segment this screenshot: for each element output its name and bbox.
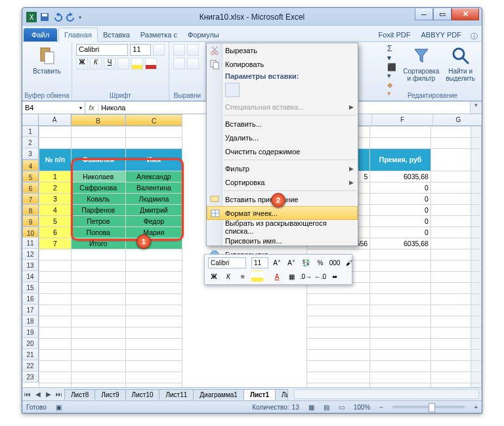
cell[interactable] [39,272,72,283]
mini-border-icon[interactable]: ▦ [285,270,297,282]
cell[interactable] [39,372,72,383]
cell[interactable]: 6 [39,227,72,238]
cell[interactable]: Коваль [71,194,125,205]
cell[interactable] [39,138,72,149]
align-center-button[interactable] [187,58,199,70]
mini-format-painter-icon[interactable]: 🖌 [343,257,355,268]
mini-fill-color-icon[interactable] [251,270,263,282]
sheet-tab[interactable]: Лист9 [94,389,125,400]
cell[interactable] [71,361,125,372]
grow-font-button[interactable] [153,44,165,56]
cell[interactable] [125,339,182,350]
cell[interactable] [430,194,481,205]
mini-font-color-icon[interactable]: A [271,270,283,282]
cell[interactable]: Петров [71,216,125,227]
sheet-tab[interactable]: Лист11 [159,389,194,400]
cell[interactable] [306,339,370,350]
row-header-4[interactable]: 4 [22,160,39,171]
cell[interactable] [71,283,125,294]
row-header-2[interactable]: 2 [22,137,39,148]
align-top-button[interactable] [173,44,185,56]
row-header-16[interactable]: 16 [22,293,39,305]
tab-formulas[interactable]: Формулы [182,28,224,41]
zoom-value[interactable]: 100% [354,404,371,411]
cell[interactable]: 0 [370,194,431,205]
mini-percent-icon[interactable]: % [314,257,326,268]
italic-button[interactable]: К [90,58,102,70]
menu-format-cells[interactable]: Формат ячеек... [207,206,358,220]
cell[interactable]: 0 [370,182,431,194]
cell[interactable] [125,127,182,138]
cell[interactable] [430,249,481,261]
cell[interactable] [430,138,481,149]
tab-layout[interactable]: Разметка с [135,28,182,41]
autosum-icon[interactable]: Σ ▾ [387,44,396,62]
name-box-dropdown-icon[interactable]: ▾ [79,105,82,111]
row-header-19[interactable]: 19 [22,327,39,338]
mini-center-icon[interactable]: ≡ [237,270,249,282]
cell[interactable] [71,372,125,383]
mini-font-name[interactable]: Calibri [208,257,246,268]
cell[interactable]: № п/п [39,149,72,171]
close-button[interactable]: ✕ [452,9,479,20]
tab-home[interactable]: Главная [58,28,98,42]
row-header-18[interactable]: 18 [22,316,39,327]
ribbon-help-icon[interactable]: ⓘ [467,32,482,41]
cell[interactable]: Валентина [125,182,182,194]
cell[interactable] [39,127,72,138]
cell[interactable] [306,372,370,383]
cell[interactable] [39,305,72,316]
cell[interactable] [125,372,182,383]
cell[interactable] [370,372,431,383]
font-name-select[interactable]: Calibri [76,44,128,56]
cell[interactable] [71,339,125,350]
cell[interactable] [71,261,125,272]
row-header-14[interactable]: 14 [22,271,39,282]
cell[interactable] [430,127,481,138]
cell[interactable] [370,272,431,283]
cell[interactable] [370,361,431,372]
sheet-tab[interactable]: Диаграмма1 [193,389,244,400]
cell[interactable]: Парфенов [71,205,125,216]
view-layout-icon[interactable]: ▤ [324,404,329,411]
cell[interactable] [306,316,370,328]
cell[interactable] [430,149,481,171]
tab-insert[interactable]: Вставка [98,28,135,41]
border-button[interactable] [117,58,129,70]
name-box[interactable]: B4 ▾ [22,102,85,114]
cell[interactable]: 0 [370,227,431,238]
font-size-select[interactable]: 11 [130,44,151,56]
mini-shrink-font-icon[interactable]: A˅ [285,257,297,268]
mini-increase-decimal-icon[interactable]: .0→ [300,270,312,282]
menu-insert[interactable]: Вставить... [207,117,358,131]
cell[interactable] [370,305,431,316]
row-header-11[interactable]: 11 [22,238,39,249]
column-header-F[interactable]: F [372,114,433,126]
row-header-17[interactable]: 17 [22,305,39,316]
cell[interactable] [370,261,431,272]
view-pagebreak-icon[interactable]: ▭ [339,404,345,411]
cell[interactable]: Фамилия [71,149,125,171]
sheet-nav-first-icon[interactable]: ⏮ [22,389,33,400]
cell[interactable] [370,350,431,361]
cell[interactable] [125,316,182,328]
formula-expand-icon[interactable]: ▾ [470,102,482,114]
row-header-22[interactable]: 22 [22,360,39,372]
cell[interactable] [71,328,125,339]
cell[interactable] [306,350,370,361]
cell[interactable]: 1 [39,171,72,182]
cell[interactable] [430,372,481,383]
paste-option-icon[interactable] [225,83,240,97]
cell[interactable]: Дмитрий [125,205,182,216]
cell[interactable] [71,350,125,361]
sort-filter-button[interactable]: Сортировка и фильтр [400,44,442,98]
mini-decrease-decimal-icon[interactable]: ←.0 [314,270,326,282]
cell[interactable]: 6035,68 [370,238,431,249]
menu-delete[interactable]: Удалить... [207,131,358,144]
cell[interactable]: Сафронова [71,182,125,194]
menu-copy[interactable]: Копировать [207,57,358,71]
cell[interactable] [125,238,182,249]
cell[interactable] [430,238,481,249]
cell[interactable]: Федор [125,216,182,227]
cell[interactable]: 6035,68 [370,171,431,182]
